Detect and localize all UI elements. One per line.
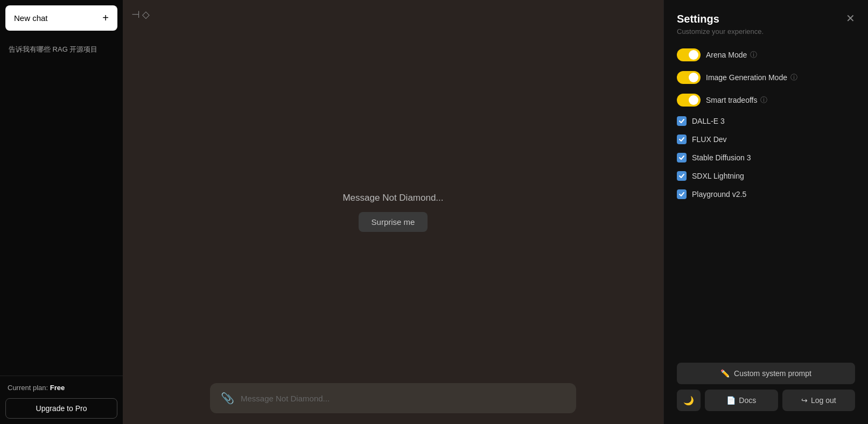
settings-subtitle: Customize your experience. bbox=[677, 27, 855, 36]
image-gen-label: Image Generation Mode ⓘ bbox=[706, 73, 797, 82]
stable-diffusion-checkbox[interactable] bbox=[677, 153, 687, 162]
sidebar-footer: Current plan: Free Upgrade to Pro bbox=[0, 376, 123, 424]
plus-icon: + bbox=[102, 12, 109, 24]
image-gen-toggle[interactable] bbox=[677, 71, 701, 84]
logout-button[interactable]: ↪ Log out bbox=[782, 390, 856, 411]
arena-mode-info-icon[interactable]: ⓘ bbox=[750, 50, 757, 60]
smart-tradeoffs-info-icon[interactable]: ⓘ bbox=[760, 95, 767, 105]
sdxl-label: SDXL Lightning bbox=[692, 172, 744, 180]
plan-name: Free bbox=[50, 384, 65, 392]
playground-checkbox[interactable] bbox=[677, 189, 687, 199]
edit-icon: ✏️ bbox=[720, 369, 730, 378]
custom-system-prompt-button[interactable]: ✏️ Custom system prompt bbox=[677, 363, 855, 384]
toolbar-symbol1: ⊣ bbox=[131, 9, 140, 20]
toggle-row-smart: Smart tradeoffs ⓘ bbox=[677, 94, 855, 107]
settings-panel: Settings ✕ Customize your experience. Ar… bbox=[663, 0, 868, 424]
checkbox-row-fluxdev: FLUX Dev bbox=[677, 135, 855, 144]
checkbox-row-dalle3: DALL-E 3 bbox=[677, 116, 855, 126]
dalle3-label: DALL-E 3 bbox=[692, 117, 725, 125]
fluxdev-label: FLUX Dev bbox=[692, 135, 727, 144]
main-message: Message Not Diamond... bbox=[342, 193, 443, 203]
checkbox-row-sdxl: SDXL Lightning bbox=[677, 171, 855, 181]
input-placeholder[interactable]: Message Not Diamond... bbox=[241, 394, 565, 403]
current-plan: Current plan: Free bbox=[5, 381, 117, 394]
input-box: 📎 Message Not Diamond... bbox=[210, 383, 576, 413]
custom-prompt-label: Custom system prompt bbox=[734, 369, 811, 378]
docs-label: Docs bbox=[739, 396, 756, 405]
fluxdev-checkbox[interactable] bbox=[677, 135, 687, 144]
main-toolbar: ⊣ ◇ bbox=[131, 9, 150, 20]
close-button[interactable]: ✕ bbox=[846, 13, 855, 24]
sidebar: New chat + 告诉我有哪些 RAG 开源项目 Current plan:… bbox=[0, 0, 123, 424]
new-chat-label: New chat bbox=[14, 13, 48, 23]
stable-diffusion-label: Stable Diffusion 3 bbox=[692, 153, 751, 162]
arena-mode-toggle[interactable] bbox=[677, 48, 701, 61]
toggle-row-image-gen: Image Generation Mode ⓘ bbox=[677, 71, 855, 84]
toggle-row-arena: Arena Mode ⓘ bbox=[677, 48, 855, 61]
new-chat-button[interactable]: New chat + bbox=[5, 5, 117, 31]
toolbar-symbol2: ◇ bbox=[142, 9, 150, 20]
settings-header: Settings ✕ bbox=[677, 13, 855, 25]
sidebar-history: 告诉我有哪些 RAG 开源项目 bbox=[0, 36, 123, 376]
attach-icon[interactable]: 📎 bbox=[221, 392, 234, 405]
upgrade-button[interactable]: Upgrade to Pro bbox=[5, 398, 117, 419]
surprise-button[interactable]: Surprise me bbox=[359, 212, 428, 232]
checkbox-section: DALL-E 3 FLUX Dev Stable Diffusion 3 bbox=[677, 116, 855, 199]
plan-label: Current plan: bbox=[8, 384, 50, 392]
checkbox-row-playground: Playground v2.5 bbox=[677, 189, 855, 199]
toolbar-icon: ⊣ ◇ bbox=[131, 9, 150, 20]
settings-footer: ✏️ Custom system prompt 🌙 📄 Docs ↪ Log o… bbox=[677, 363, 855, 411]
docs-icon: 📄 bbox=[726, 396, 736, 405]
docs-button[interactable]: 📄 Docs bbox=[705, 390, 778, 411]
arena-mode-label: Arena Mode ⓘ bbox=[706, 50, 757, 60]
dalle3-checkbox[interactable] bbox=[677, 116, 687, 126]
sdxl-checkbox[interactable] bbox=[677, 171, 687, 181]
settings-title: Settings bbox=[677, 13, 719, 25]
main-content: Message Not Diamond... Surprise me bbox=[342, 193, 443, 232]
input-area: 📎 Message Not Diamond... bbox=[210, 383, 576, 413]
theme-toggle-button[interactable]: 🌙 bbox=[677, 390, 701, 411]
image-gen-info-icon[interactable]: ⓘ bbox=[790, 73, 797, 82]
playground-label: Playground v2.5 bbox=[692, 190, 746, 199]
footer-actions: 🌙 📄 Docs ↪ Log out bbox=[677, 390, 855, 411]
logout-icon: ↪ bbox=[801, 396, 808, 405]
checkbox-row-stable-diffusion: Stable Diffusion 3 bbox=[677, 153, 855, 162]
history-item[interactable]: 告诉我有哪些 RAG 开源项目 bbox=[4, 40, 118, 59]
smart-tradeoffs-label: Smart tradeoffs ⓘ bbox=[706, 95, 767, 105]
smart-tradeoffs-toggle[interactable] bbox=[677, 94, 701, 107]
logout-label: Log out bbox=[811, 396, 836, 405]
main-area: ⊣ ◇ Message Not Diamond... Surprise me 📎… bbox=[123, 0, 663, 424]
